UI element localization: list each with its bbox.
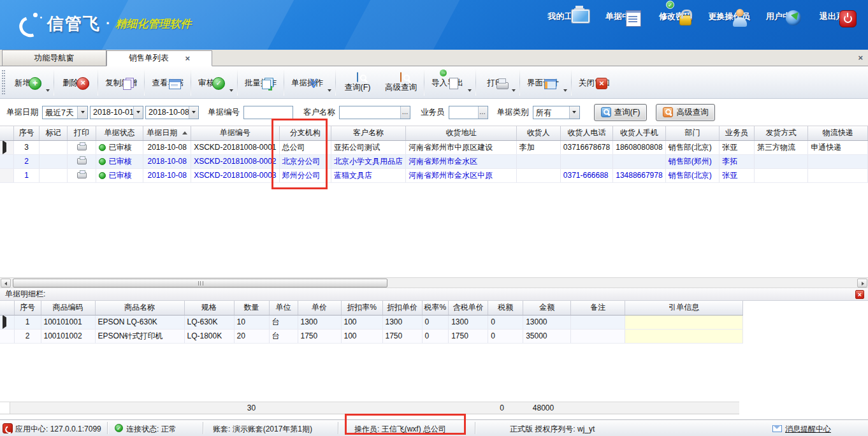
customer-input[interactable] [339,106,410,119]
printer-icon[interactable] [77,144,87,150]
col-tax-rate[interactable]: 税率% [422,301,449,315]
printer-icon[interactable] [77,158,87,164]
col-date[interactable]: 单据日期 [143,126,191,140]
col-price[interactable]: 单价 [298,301,341,315]
col-print[interactable]: 打印 [68,126,96,140]
lookup-ellipsis-button[interactable] [478,106,488,119]
toolbar-grip[interactable] [2,70,5,94]
nav-my-workbench[interactable]: 我的工作台 [542,9,595,22]
document-operations-button[interactable]: 单据操作 [285,75,335,90]
col-ship[interactable]: 发货方式 [754,126,807,140]
date-preset-select[interactable]: 最近7天 [42,106,88,119]
copy-add-button[interactable]: 复制新增 [99,75,143,90]
salesman-input[interactable] [449,106,488,119]
col-mark[interactable]: 标记 [39,126,67,140]
col-discount-rate[interactable]: 折扣率% [341,301,382,315]
current-row-indicator [3,315,6,329]
chevron-down-icon[interactable] [328,89,331,92]
date-from-picker[interactable]: 2018-10-01 [90,106,143,119]
delete-button[interactable]: 删除(D) [55,75,97,90]
scroll-right-arrow[interactable] [857,279,867,287]
horizontal-scrollbar[interactable] [0,277,868,288]
chevron-down-icon[interactable] [46,89,50,92]
nav-user-center[interactable]: 用户中心 [756,9,809,22]
query-button[interactable]: 查询(F) [336,71,379,94]
scrollbar-thumb[interactable] [13,279,387,287]
detail-table: 序号 商品编码 商品名称 规格 数量 单位 单价 折扣率% 折扣单价 税率% 含… [0,301,868,402]
col-tax[interactable]: 税额 [488,301,523,315]
col-branch[interactable]: 分支机构 [279,126,331,140]
col-spec[interactable]: 规格 [184,301,234,315]
col-tax-price[interactable]: 含税单价 [449,301,488,315]
col-customer[interactable]: 客户名称 [331,126,406,140]
toolbar-separator [237,69,238,96]
print-button[interactable]: 打印 [477,75,519,90]
col-seq[interactable]: 序号 [14,126,40,140]
detail-panel-close-button[interactable] [855,290,864,299]
add-button[interactable]: 新增(N) [8,75,53,90]
toolbar-separator [54,69,54,96]
advanced-query-filter-button[interactable]: 高级查询 [656,104,715,121]
col-phone[interactable]: 收货人电话 [560,126,612,140]
total-quantity: 30 [234,403,269,412]
doc-status: 已审核 [109,157,132,166]
chevron-down-icon[interactable] [189,106,198,119]
view-document-button[interactable]: 查看单据 [145,75,190,90]
connection-status: 连接状态: 正常 [126,424,177,435]
chevron-down-icon[interactable] [569,106,579,119]
batch-operations-button[interactable]: 批量操作 [238,75,283,90]
query-filter-button[interactable]: 查询(F) [594,104,647,121]
col-product-code[interactable]: 商品编码 [41,301,95,315]
nav-change-password[interactable]: 修改密码 [649,9,702,22]
col-address[interactable]: 收货地址 [406,126,517,140]
col-mobile[interactable]: 收货人手机 [613,126,665,140]
col-discount-price[interactable]: 折扣单价 [382,301,422,315]
printer-icon[interactable] [77,172,87,178]
col-ref-info[interactable]: 引单信息 [625,301,743,315]
tab-close-icon[interactable] [185,54,190,63]
chevron-down-icon[interactable] [512,89,516,92]
toolbar-separator [144,69,145,96]
chevron-down-icon[interactable] [77,106,87,119]
col-product-name[interactable]: 商品名称 [95,301,184,315]
advanced-query-button[interactable]: 高级查询 [379,71,423,94]
ui-design-button[interactable]: 界面设计 [521,75,570,90]
col-unit[interactable]: 单位 [269,301,298,315]
nav-document-center[interactable]: 单据中心 [595,9,649,22]
table-row[interactable]: 2 已审核 2018-10-08 XSCKD-20181008-0002 北京分… [0,154,868,168]
message-center-link[interactable]: 消息提醒中心 [785,424,831,435]
lookup-ellipsis-button[interactable] [400,106,410,119]
col-status[interactable]: 单据状态 [96,126,143,140]
doc-no-input[interactable] [243,106,293,119]
chevron-down-icon[interactable] [133,106,143,119]
doc-type-select[interactable]: 所有 [533,106,580,119]
col-amount[interactable]: 金额 [523,301,571,315]
audit-button[interactable]: 审核(A) [192,75,236,90]
col-remark[interactable]: 备注 [571,301,625,315]
date-to-picker[interactable]: 2018-10-08 [145,106,199,119]
col-no[interactable]: 单据编号 [191,126,279,140]
col-seq[interactable]: 序号 [14,301,41,315]
scroll-left-arrow[interactable] [1,279,11,287]
col-dept[interactable]: 部门 [665,126,720,140]
nav-switch-operator[interactable]: 更换操作员 [702,9,756,22]
nav-exit-system[interactable]: 退出系统 [809,9,863,22]
close-window-button[interactable]: 关闭窗口 [572,75,617,90]
chevron-down-icon[interactable] [229,89,233,92]
tabstrip-close-icon[interactable] [858,53,863,62]
search-icon [601,107,611,117]
col-receiver[interactable]: 收货人 [516,126,560,140]
detail-row[interactable]: 1 100101001 EPSON LQ-630K LQ-630K 10 台 1… [0,315,743,329]
table-row[interactable]: 1 已审核 2018-10-08 XSCKD-20181008-0003 郑州分… [0,168,868,182]
tab-function-navigator[interactable]: 功能导航窗 [2,50,106,66]
col-salesman[interactable]: 业务员 [720,126,755,140]
table-row[interactable]: 3 已审核 2018-10-08 XSCKD-20181008-0001 总公司… [0,140,868,154]
col-express[interactable]: 物流快递 [808,126,868,140]
detail-row[interactable]: 2 100101002 EPSON针式打印机 LQ-1800K 20 台 175… [0,329,743,343]
chevron-down-icon[interactable] [563,89,567,92]
import-export-button[interactable]: 导入导出 [425,75,475,90]
detail-panel-title: 单据明细栏: [5,289,45,300]
tab-sales-order-list[interactable]: 销售单列表 [106,50,212,66]
chevron-down-icon[interactable] [468,89,472,92]
col-qty[interactable]: 数量 [234,301,269,315]
